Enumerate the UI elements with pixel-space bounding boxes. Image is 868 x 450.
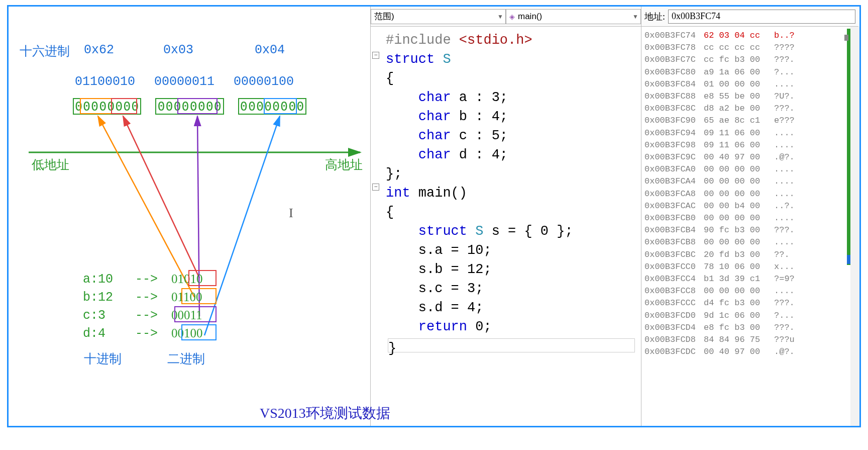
function-combo[interactable]: ◈ main() ▼ [506,9,641,24]
caption: VS2013环境测试数据 [260,404,390,423]
memory-row: 0x00B3FC80a9 1a 06 00?... [644,66,856,78]
text-cursor-icon: I [289,206,293,221]
memory-row: 0x00B3FC7462 03 04 ccb..? [644,30,856,42]
main-frame: 十六进制 0x62 0x03 0x04 01100010 00000011 00… [7,5,861,427]
code-toolbar: 范围) ▼ ◈ main() ▼ [371,7,641,27]
memory-row: 0x00B3FCB800 00 00 00.... [644,236,856,248]
memory-dump[interactable]: 0x00B3FC7462 03 04 ccb..?0x00B3FC78cc cc… [641,27,858,426]
hex-0: 0x62 [84,43,114,57]
chevron-down-icon: ▼ [497,13,503,20]
memory-panel: 地址: 0x00B3FC7462 03 04 ccb..?0x00B3FC78c… [641,7,858,426]
bin-h0: 01100010 [75,74,135,89]
memory-row: 0x00B3FCC078 10 06 00x... [644,261,856,273]
memory-row: 0x00B3FCC800 00 00 00.... [644,285,856,297]
change-bar-icon [847,29,850,265]
memory-row: 0x00B3FCD09d 1c 06 00?... [644,310,856,322]
memory-row: 0x00B3FCA800 00 00 00.... [644,188,856,200]
hex-1: 0x03 [163,43,193,57]
memory-toolbar: 地址: [641,7,858,27]
low-addr-label: 低地址 [32,156,69,173]
memory-row: 0x00B3FC9065 ae 8c c1e??? [644,115,856,127]
chevron-down-icon: ▼ [632,13,638,20]
scope-combo[interactable]: 范围) ▼ [371,9,506,24]
hex-label: 十六进制 [20,43,70,59]
memory-row: 0x00B3FC9C00 40 97 00.@?. [644,151,856,163]
subbox-b [80,98,112,114]
function-combo-text: main() [518,12,542,22]
gutter: − − [372,31,383,203]
memory-row: 0x00B3FC9809 11 06 00.... [644,139,856,151]
memory-row: 0x00B3FCAC00 00 b4 00..?. [644,200,856,212]
memory-row: 0x00B3FCA400 00 00 00.... [644,175,856,188]
scope-combo-text: 范围) [374,11,394,22]
bin-h2: 00000100 [234,74,294,89]
litbox-b [181,288,216,304]
address-label: 地址: [644,11,665,23]
memory-row: 0x00B3FC7Ccc fc b3 00???. [644,54,856,66]
memory-row: 0x00B3FCD884 84 96 75???u [644,334,856,346]
litbox-d [181,324,216,340]
litbox-a [188,270,216,286]
memory-row: 0x00B3FC8401 00 00 00.... [644,78,856,91]
high-addr-label: 高地址 [325,156,363,173]
bin-h1: 00000011 [154,74,214,89]
memory-row: 0x00B3FCDC00 40 97 00.@?. [644,346,856,358]
memory-row: 0x00B3FC9409 11 06 00.... [644,127,856,139]
cube-icon: ◈ [509,13,515,21]
bin-label: 二进制 [167,350,205,367]
assign-a: a:10 --> 01010 [83,270,204,288]
collapse-icon[interactable]: − [372,184,379,191]
scroll-arrow-icon[interactable] [844,35,848,41]
memory-row: 0x00B3FCA000 00 00 00.... [644,163,856,175]
hex-2: 0x04 [255,43,285,57]
memory-row: 0x00B3FCD4e8 fc b3 00???. [644,322,856,334]
memory-row: 0x00B3FCCCd4 fc b3 00???. [644,297,856,309]
vertical-scrollbar[interactable] [850,27,859,426]
memory-row: 0x00B3FCC4b1 3d 39 c1?=9? [644,273,856,285]
diagram-panel: 十六进制 0x62 0x03 0x04 01100010 00000011 00… [9,7,370,426]
memory-row: 0x00B3FCB000 00 00 00.... [644,212,856,224]
dec-label: 十进制 [84,350,122,367]
subbox-c [177,98,218,114]
memory-row: 0x00B3FC8Cd8 a2 be 00???. [644,103,856,115]
subbox-a [111,98,137,114]
svg-line-1 [123,116,199,278]
memory-row: 0x00B3FC78cc cc cc cc???? [644,42,856,54]
litbox-c [174,306,216,322]
change-bar-icon [847,255,850,264]
memory-row: 0x00B3FCBC20 fd b3 00 ??. [644,249,856,261]
code-area[interactable]: − − #include <stdio.h> struct S { char a… [371,27,641,426]
collapse-icon[interactable]: − [372,52,379,59]
bottom-edit-line[interactable]: } [388,338,635,352]
memory-row: 0x00B3FCB490 fc b3 00???. [644,224,856,236]
subbox-d [264,98,297,114]
address-input[interactable] [668,10,855,24]
memory-row: 0x00B3FC88e8 55 be 00?U?. [644,91,856,103]
code-panel: 范围) ▼ ◈ main() ▼ − − #include <stdio.h> … [370,7,641,426]
